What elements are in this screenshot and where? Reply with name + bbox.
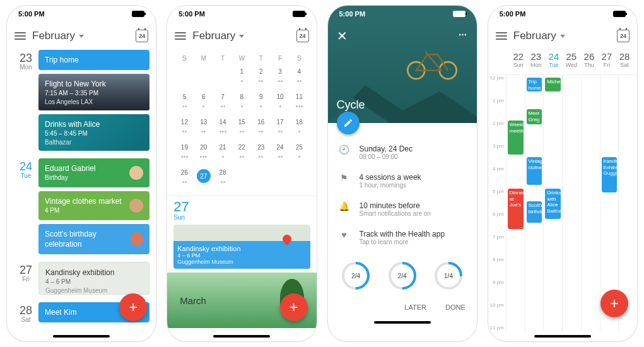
cal-day[interactable] (175, 64, 194, 90)
cal-day[interactable]: 27 (194, 165, 213, 191)
week-event[interactable]: Meet Greg (527, 109, 542, 124)
today-icon[interactable]: 24 (136, 30, 148, 42)
status-bar: 5:00 PM (167, 6, 316, 22)
home-indicator[interactable] (488, 331, 637, 341)
phone-agenda: 5:00 PM February 24 23Mon Trip home Flig… (6, 5, 156, 342)
app-bar: February 24 (7, 22, 156, 50)
cal-day[interactable]: 9 (252, 90, 271, 115)
detail-row-reminder[interactable]: 🔔10 minutes beforeSmart notifications ar… (337, 195, 468, 223)
event-card[interactable]: Flight to New York7:15 AM – 3:35 PMLos A… (38, 74, 149, 110)
cal-day[interactable]: 14 (213, 115, 232, 140)
event-card[interactable]: Eduard GabrielBirthday (38, 158, 149, 187)
progress-ring: 2/4 (387, 261, 418, 291)
week-event[interactable]: Kandinsky ExhibitionGuggheim (602, 157, 618, 192)
week-day[interactable]: 25Wed (563, 51, 580, 68)
week-day[interactable]: 28Sat (616, 51, 633, 68)
event-card[interactable]: Kandinsky exhibition4 – 6 PMGuggenheim M… (173, 225, 310, 269)
week-event[interactable]: Vintage clothes (527, 157, 542, 185)
event-card[interactable]: Vintage clothes market4 PM (38, 191, 149, 220)
event-card[interactable]: Scott's birthday celebration (38, 224, 149, 254)
cal-day[interactable]: 5 (175, 90, 194, 115)
cal-day[interactable]: 12 (175, 115, 194, 140)
cal-day[interactable] (252, 165, 271, 191)
cal-day[interactable]: 24 (271, 140, 290, 165)
week-event[interactable]: Dinner at Joe's (508, 189, 524, 229)
battery-icon (293, 11, 305, 17)
week-event[interactable]: Weekly meeting (508, 121, 524, 155)
cal-day[interactable]: 17 (271, 115, 290, 140)
cal-day[interactable]: 28 (213, 165, 232, 191)
fab-create[interactable]: + (119, 293, 147, 321)
home-indicator[interactable] (167, 331, 316, 341)
home-indicator[interactable] (7, 331, 156, 341)
close-icon[interactable]: ✕ (337, 28, 348, 44)
cal-day[interactable]: 15 (232, 115, 251, 140)
week-day[interactable]: 27Fri (598, 51, 616, 68)
week-event[interactable]: Scott's birthday (527, 201, 542, 223)
cal-day[interactable] (232, 165, 251, 191)
cal-day[interactable] (213, 64, 232, 90)
cal-day[interactable]: 10 (271, 90, 290, 115)
cal-day[interactable]: 18 (290, 115, 308, 140)
app-bar: February 24 (488, 22, 637, 50)
month-picker[interactable]: February (192, 30, 244, 42)
month-picker[interactable]: February (32, 30, 84, 42)
date-label: 27Sun (173, 200, 310, 221)
menu-icon[interactable] (175, 32, 186, 40)
app-bar: February 24 (167, 22, 316, 50)
week-event[interactable]: Michelle (545, 78, 561, 91)
more-icon[interactable]: ⋯ (459, 30, 468, 39)
month-picker[interactable]: February (513, 30, 565, 42)
week-day[interactable]: 26Thu (580, 51, 598, 68)
cal-day[interactable]: 22 (232, 140, 251, 165)
date-label: 28Sat (13, 302, 38, 326)
cal-day[interactable]: 20 (194, 140, 213, 165)
status-bar: 5:00 PM (328, 6, 477, 22)
cal-day[interactable]: 19 (175, 140, 194, 165)
fab-create[interactable]: + (600, 290, 628, 317)
week-event[interactable]: Trip home (527, 78, 542, 91)
cal-day[interactable]: 16 (252, 115, 271, 140)
month-label: February (32, 30, 75, 42)
edit-fab[interactable] (337, 112, 360, 134)
today-icon[interactable]: 24 (296, 30, 309, 42)
cal-day[interactable]: 4 (290, 64, 308, 90)
week-day[interactable]: 23Mon (527, 51, 545, 68)
cal-day[interactable]: 1 (232, 64, 251, 90)
progress-rings: 2/4 2/4 1/4 (328, 254, 477, 297)
menu-icon[interactable] (496, 32, 507, 40)
fab-create[interactable]: + (280, 293, 308, 321)
home-indicator[interactable] (328, 317, 477, 327)
event-title: Cycle (337, 98, 468, 112)
month-grid[interactable]: SMTWTFS 12345678910111213141516171819202… (167, 50, 316, 196)
done-button[interactable]: DONE (445, 303, 465, 311)
week-day[interactable]: 24Tue (545, 51, 563, 68)
cal-day[interactable]: 21 (213, 140, 232, 165)
week-day[interactable]: 22Sun (510, 51, 527, 68)
cal-day[interactable]: 7 (213, 90, 232, 115)
cal-day[interactable]: 23 (252, 140, 271, 165)
week-event[interactable]: Drinks with AliceBalthazar (545, 189, 561, 219)
menu-icon[interactable] (15, 32, 26, 40)
cal-day[interactable] (194, 64, 213, 90)
agenda-below-month[interactable]: 27Sun Kandinsky exhibition4 – 6 PMGuggen… (167, 196, 316, 331)
event-card[interactable]: Drinks with Alice5:45 – 8:45 PMBalthazar (38, 114, 149, 151)
cal-day[interactable]: 3 (271, 64, 290, 90)
detail-row-health[interactable]: ♥Track with the Health appTap to learn m… (337, 223, 468, 252)
agenda-list[interactable]: 23Mon Trip home Flight to New York7:15 A… (7, 50, 156, 331)
cal-day[interactable]: 11 (290, 90, 308, 115)
cal-day[interactable]: 6 (194, 90, 213, 115)
today-icon[interactable]: 24 (617, 30, 629, 42)
cal-day[interactable] (290, 165, 308, 191)
cal-day[interactable]: 13 (194, 115, 213, 140)
later-button[interactable]: LATER (404, 303, 426, 311)
cal-day[interactable] (271, 165, 290, 191)
detail-row-sessions[interactable]: ⚑4 sessions a week1 hour, mornings (337, 167, 468, 195)
detail-row-time[interactable]: 🕘Sunday, 24 Dec08:00 – 09:00 (337, 138, 468, 167)
cal-day[interactable]: 2 (252, 64, 271, 90)
cal-day[interactable]: 26 (175, 165, 194, 191)
event-card[interactable]: Trip home (38, 50, 149, 70)
event-card[interactable]: Kandinsky exhibition4 – 6 PMGuggenheim M… (38, 262, 149, 295)
cal-day[interactable]: 25 (290, 140, 308, 165)
cal-day[interactable]: 8 (232, 90, 251, 115)
